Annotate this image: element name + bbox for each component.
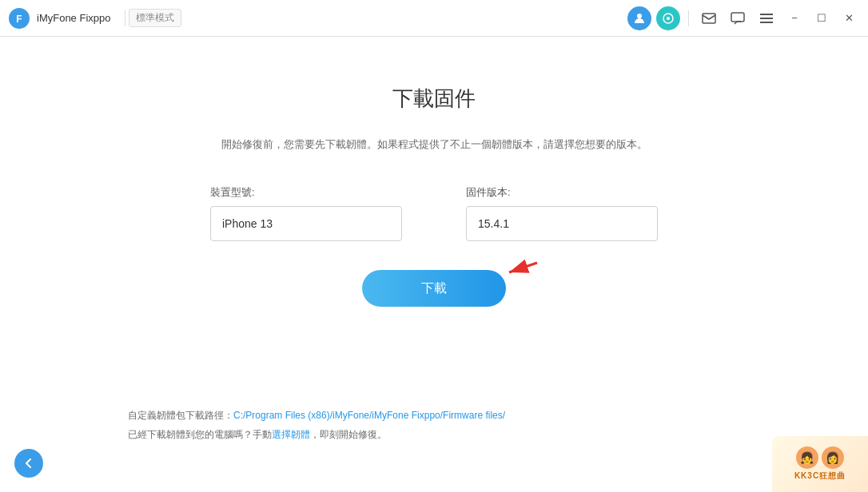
firmware-field: 固件版本:: [466, 185, 658, 241]
device-label: 裝置型號:: [210, 185, 255, 200]
mode-label: 標準模式: [129, 9, 181, 27]
minimize-button[interactable]: −: [783, 7, 806, 30]
watermark: 👧 👩 KK3C狂想曲: [772, 436, 868, 492]
device-field: 裝置型號:: [210, 185, 402, 241]
already-downloaded-prefix: 已經下載韌體到您的電腦嗎？手動: [128, 429, 272, 440]
app-logo: F: [8, 7, 30, 30]
restore-button[interactable]: ☐: [810, 7, 833, 30]
titlebar: F iMyFone Fixppo 標準模式: [0, 0, 868, 37]
page-description: 開始修復前，您需要先下載韌體。如果程式提供了不止一個韌體版本，請選擇您想要的版本…: [221, 135, 647, 153]
watermark-inner: 👧 👩 KK3C狂想曲: [794, 446, 846, 482]
firmware-input[interactable]: [466, 206, 658, 241]
close-button[interactable]: ✕: [838, 7, 860, 30]
already-downloaded-suffix: ，即刻開始修復。: [310, 429, 387, 440]
bottom-info: 自定義韌體包下載路徑：C:/Program Files (x86)/iMyFon…: [128, 406, 505, 444]
already-downloaded-line: 已經下載韌體到您的電腦嗎？手動選擇韌體，即刻開始修復。: [128, 425, 505, 444]
watermark-text: KK3C狂想曲: [794, 470, 846, 482]
user-icon-btn[interactable]: [627, 6, 651, 30]
music-icon-btn[interactable]: [656, 6, 680, 30]
back-button[interactable]: [14, 449, 43, 478]
svg-text:F: F: [16, 14, 22, 25]
svg-rect-6: [731, 13, 744, 22]
download-button[interactable]: 下載: [362, 270, 506, 307]
title-separator: [125, 10, 125, 26]
download-btn-label: 下載: [421, 280, 447, 297]
custom-path-link[interactable]: C:/Program Files (x86)/iMyFone/iMyFone F…: [233, 410, 505, 421]
red-arrow-indicator: [493, 256, 541, 292]
mail-icon-btn[interactable]: [697, 6, 721, 30]
svg-point-4: [667, 17, 670, 20]
device-input[interactable]: [210, 206, 402, 241]
page-title: 下載固件: [392, 85, 476, 113]
svg-point-2: [637, 14, 642, 18]
svg-rect-9: [760, 22, 773, 23]
main-content: 下載固件 開始修復前，您需要先下載韌體。如果程式提供了不止一個韌體版本，請選擇您…: [0, 37, 868, 492]
wm-char-1: 👧: [796, 446, 818, 469]
select-firmware-link[interactable]: 選擇韌體: [272, 429, 310, 440]
firmware-label: 固件版本:: [466, 185, 511, 200]
wm-char-2: 👩: [822, 446, 844, 469]
svg-rect-5: [703, 14, 715, 23]
chat-icon-btn[interactable]: [726, 6, 750, 30]
download-btn-wrapper: 下載: [362, 241, 506, 307]
sep2: [688, 10, 689, 26]
svg-rect-7: [760, 14, 773, 15]
menu-icon-btn[interactable]: [755, 6, 778, 30]
form-row: 裝置型號: 固件版本:: [210, 185, 658, 241]
custom-path-line: 自定義韌體包下載路徑：C:/Program Files (x86)/iMyFon…: [128, 406, 505, 425]
watermark-chars: 👧 👩: [796, 446, 844, 469]
svg-rect-8: [760, 18, 773, 19]
custom-path-prefix: 自定義韌體包下載路徑：: [128, 410, 233, 421]
titlebar-right: − ☐ ✕: [627, 6, 860, 30]
app-name: iMyFone Fixppo: [37, 12, 110, 24]
